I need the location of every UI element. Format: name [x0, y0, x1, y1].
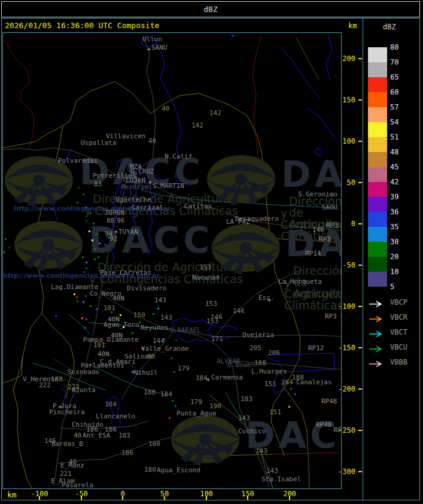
bottom-axis-tick	[81, 496, 82, 500]
scale-value-label: 36	[390, 208, 398, 216]
map-label: 142	[209, 110, 221, 116]
panel-divider	[363, 18, 363, 500]
scale-value-label: 20	[390, 253, 398, 261]
right-axis-tick	[358, 58, 362, 59]
map-label: Catitas	[184, 203, 212, 210]
map-label: 180	[144, 389, 156, 396]
map-label: 144	[153, 338, 165, 344]
right-axis-label: -200	[330, 385, 355, 393]
map-label: S.Geronimo	[298, 191, 337, 198]
map-label: Sta.Isabel	[261, 476, 301, 482]
right-axis-tick	[358, 347, 362, 348]
bottom-axis-tick	[164, 496, 165, 500]
right-axis-tick	[358, 141, 362, 142]
bottom-axis-tick	[206, 496, 207, 500]
scale-swatch	[368, 227, 387, 242]
scale-title: dBZ	[383, 23, 396, 31]
map-label: Valle_Grande	[141, 345, 188, 352]
map-label: 188	[51, 376, 63, 382]
scale-swatch	[368, 242, 387, 257]
map-label: 143	[238, 415, 250, 421]
scale-value-label: 30	[390, 238, 398, 246]
legend-label: VBBB	[390, 358, 407, 366]
map-label: 142	[191, 122, 203, 129]
map-label: 143	[160, 314, 172, 321]
map-label: SAOU	[322, 204, 338, 211]
map-label: Ugarteche	[115, 196, 151, 203]
station-marker: +	[206, 377, 210, 383]
right-axis-label: -150	[330, 344, 355, 352]
bottom-axis-tick	[122, 496, 123, 500]
scale-swatch	[368, 77, 387, 92]
legend-arrow-icon	[369, 314, 385, 321]
right-axis-label: 0	[330, 220, 355, 228]
legend-label: VBCT	[390, 328, 407, 336]
map-label: E_Manz	[60, 462, 84, 469]
map-label: Nihuil	[134, 369, 158, 376]
scale-swatch	[368, 92, 387, 107]
map-label: TUPUN	[105, 210, 124, 216]
bottom-axis-tick	[247, 496, 248, 500]
map-label: 40	[162, 105, 169, 112]
radar-map[interactable]: DACCDirección de Agriculturay Contingenc…	[2, 32, 342, 489]
right-axis-tick	[358, 306, 362, 307]
scale-value-label: 65	[390, 73, 398, 81]
map-label: Reyunos	[141, 324, 168, 331]
scale-swatch	[368, 152, 387, 167]
legend-arrow-icon	[369, 329, 385, 336]
map-label: 40	[148, 138, 156, 144]
map-label: Pasarela	[62, 482, 93, 488]
scale-value-label: 5	[390, 283, 394, 291]
bottom-axis-tick	[39, 496, 40, 500]
map-label: 183	[118, 432, 130, 439]
map-label: 40	[74, 432, 81, 439]
right-axis-tick	[358, 223, 362, 224]
right-axis-label: -300	[330, 467, 355, 476]
map-label: 101	[104, 305, 115, 311]
station-marker: +	[148, 180, 152, 186]
map-label: 184	[196, 375, 208, 381]
map-label: 206	[268, 350, 280, 356]
map-label: Llancanelo	[96, 413, 135, 420]
map-label: Pampa_Diamante	[83, 336, 139, 343]
map-label: Esc.	[258, 294, 275, 301]
map-label: Agua_Escond	[157, 467, 200, 473]
map-label: 179	[178, 365, 190, 372]
right-axis-label: -100	[330, 302, 355, 311]
map-label: 179	[190, 399, 202, 405]
legend-label: VBCR	[390, 313, 407, 321]
map-label: Pase_Carretas	[100, 269, 151, 276]
map-label: RP12	[308, 345, 324, 351]
scale-value-label: 70	[390, 58, 398, 66]
map-label: Ullun	[142, 36, 162, 42]
map-label: 153	[199, 264, 211, 271]
map-label: RP48	[316, 421, 332, 428]
map-label: S.MARTIN	[153, 183, 184, 189]
map-label: 143	[154, 297, 166, 303]
map-label: S.RAFAEL	[169, 327, 201, 333]
legend-label: VBCP	[390, 298, 407, 306]
map-label: 151	[264, 381, 276, 387]
scale-value-label: 42	[390, 178, 398, 186]
scale-value-label: 51	[390, 133, 398, 141]
map-label: 80	[147, 353, 155, 360]
map-label: SANU	[151, 44, 168, 51]
scale-swatch	[368, 167, 387, 182]
map-label: G.CRUZ	[130, 168, 154, 175]
map-label: 88	[106, 217, 114, 224]
legend-arrow-icon	[369, 359, 385, 366]
right-axis-unit: km	[348, 22, 357, 30]
map-label: Punta_Agua	[176, 410, 216, 417]
bottom-axis-unit: km	[7, 490, 17, 499]
legend-arrow-icon	[369, 344, 385, 351]
map-label: 184	[105, 401, 117, 408]
map-label: Carmensa	[211, 374, 243, 381]
scale-swatch	[368, 182, 387, 197]
map-label: 186	[121, 450, 133, 456]
map-label: 222	[39, 382, 51, 388]
scale-swatch	[368, 197, 387, 212]
map-label: RP3	[325, 313, 337, 320]
scale-swatch	[368, 257, 387, 272]
scale-value-label: 60	[390, 88, 398, 96]
bottom-axis-tick	[289, 496, 290, 500]
